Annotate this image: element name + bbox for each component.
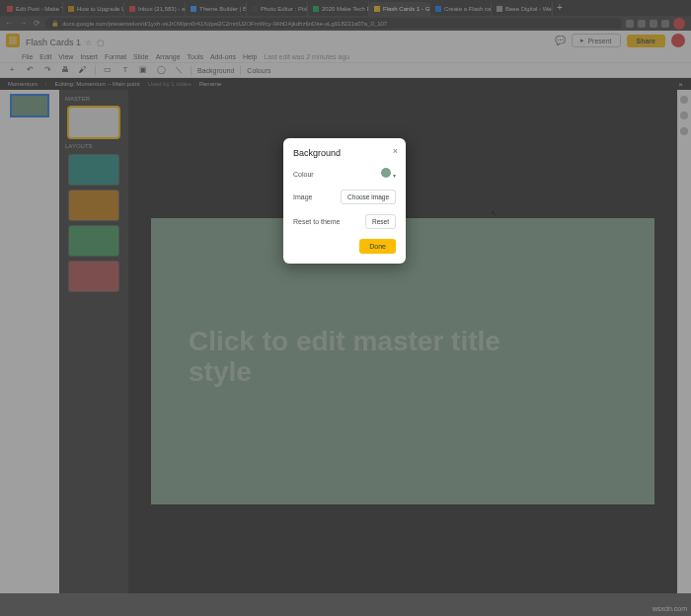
comments-icon[interactable]: 💬 bbox=[555, 36, 566, 45]
filmstrip-slide[interactable] bbox=[10, 94, 49, 117]
undo-button[interactable]: ↶ bbox=[24, 64, 36, 76]
menu-item[interactable]: Insert bbox=[80, 53, 98, 60]
new-tab-button[interactable]: + bbox=[553, 2, 567, 16]
dialog-title: Background bbox=[293, 148, 396, 158]
reset-button[interactable]: Reset bbox=[365, 214, 396, 229]
browser-tab[interactable]: Inbox (21,583) - am× bbox=[124, 2, 186, 16]
star-icon[interactable]: ☆ bbox=[85, 38, 92, 47]
account-avatar[interactable] bbox=[671, 34, 685, 47]
editing-label: Editing: Momentum – Main point bbox=[55, 81, 140, 87]
slide-filmstrip bbox=[0, 90, 59, 593]
separator bbox=[240, 65, 241, 75]
background-button[interactable]: Background bbox=[197, 67, 234, 74]
colour-swatch-icon bbox=[381, 168, 391, 178]
forward-button[interactable]: → bbox=[18, 19, 28, 29]
slides-logo-icon[interactable] bbox=[6, 34, 20, 47]
watermark-text: wsxdn.com bbox=[653, 605, 687, 612]
share-button[interactable]: Share bbox=[627, 35, 665, 47]
browser-tab[interactable]: Beee Digital - Web× bbox=[492, 2, 553, 16]
menu-item[interactable]: View bbox=[58, 53, 73, 60]
menu-item[interactable]: Arrange bbox=[156, 53, 181, 60]
new-slide-button[interactable]: + bbox=[6, 64, 18, 76]
reload-button[interactable]: ⟳ bbox=[32, 19, 41, 29]
layouts-section-label: LAYOUTS bbox=[59, 143, 93, 149]
address-bar[interactable]: 🔒 docs.google.com/presentation/d/1yxh-xk… bbox=[45, 18, 622, 29]
move-icon[interactable]: ▢ bbox=[97, 38, 105, 47]
paint-format-button[interactable]: 🖌 bbox=[77, 64, 89, 76]
redo-button[interactable]: ↷ bbox=[41, 64, 53, 76]
layout-thumb[interactable] bbox=[69, 155, 118, 185]
side-rail bbox=[677, 90, 691, 593]
line-tool[interactable]: ＼ bbox=[173, 64, 185, 76]
play-icon: ▸ bbox=[580, 37, 584, 44]
extension-icon[interactable] bbox=[650, 20, 657, 28]
close-master-icon[interactable]: × bbox=[678, 80, 683, 89]
colours-button[interactable]: Colours bbox=[247, 67, 270, 74]
layout-thumb[interactable] bbox=[69, 262, 118, 291]
browser-tab[interactable]: 2020 Make Tech Ea× bbox=[308, 2, 369, 16]
extension-icon[interactable] bbox=[661, 20, 669, 28]
master-thumb[interactable] bbox=[69, 108, 118, 137]
extension-icon[interactable] bbox=[638, 20, 646, 28]
calendar-icon[interactable] bbox=[680, 112, 688, 119]
select-tool[interactable]: ▭ bbox=[102, 64, 114, 76]
choose-image-button[interactable]: Choose image bbox=[341, 190, 396, 204]
shape-tool[interactable]: ◯ bbox=[155, 64, 167, 76]
reset-label: Reset to theme bbox=[293, 218, 340, 225]
browser-tab[interactable]: Photo Editor : Pixl× bbox=[247, 2, 308, 16]
colour-label: Colour bbox=[293, 171, 314, 178]
used-by-label: Used by 1 slides bbox=[148, 81, 192, 87]
separator bbox=[191, 65, 192, 75]
layout-thumb[interactable] bbox=[69, 191, 118, 220]
theme-layout-panel: MASTER LAYOUTS bbox=[59, 90, 128, 593]
colour-picker[interactable]: ▾ bbox=[381, 168, 396, 180]
image-label: Image bbox=[293, 193, 312, 200]
present-button[interactable]: ▸Present bbox=[572, 34, 620, 47]
slides-app: Flash Cards 1 ☆ ▢ 💬 ▸Present Share File … bbox=[0, 31, 691, 593]
chevron-down-icon: ▾ bbox=[393, 173, 396, 179]
browser-tab[interactable]: Edit Post - Make Te× bbox=[2, 2, 63, 16]
app-header: Flash Cards 1 ☆ ▢ 💬 ▸Present Share bbox=[0, 31, 691, 50]
rename-button[interactable]: Rename bbox=[199, 81, 222, 87]
url-text: docs.google.com/presentation/d/1yxh-xkJr… bbox=[62, 21, 387, 27]
last-edit-text[interactable]: Last edit was 2 minutes ago bbox=[264, 53, 349, 60]
dialog-close-icon[interactable]: × bbox=[393, 146, 398, 156]
separator bbox=[95, 65, 96, 75]
text-box-tool[interactable]: T bbox=[119, 64, 131, 76]
menu-item[interactable]: Edit bbox=[39, 53, 51, 60]
title-placeholder[interactable]: Click to edit master title style bbox=[189, 327, 536, 388]
menu-item[interactable]: Tools bbox=[188, 53, 203, 60]
menu-item[interactable]: File bbox=[22, 53, 33, 60]
done-button[interactable]: Done bbox=[359, 239, 396, 254]
browser-tab[interactable]: Theme Builder | Be× bbox=[186, 2, 247, 16]
browser-toolbar: ← → ⟳ 🔒 docs.google.com/presentation/d/1… bbox=[0, 16, 691, 31]
lock-icon: 🔒 bbox=[51, 20, 58, 27]
browser-tab[interactable]: Create a Flash card× bbox=[430, 2, 492, 16]
browser-tab-strip: Edit Post - Make Te× How to Upgrade U× I… bbox=[0, 0, 691, 16]
browser-tab-active[interactable]: Flash Cards 1 - Goo× bbox=[369, 2, 430, 16]
document-title[interactable]: Flash Cards 1 bbox=[26, 38, 81, 47]
menu-bar: File Edit View Insert Format Slide Arran… bbox=[0, 50, 691, 62]
theme-name: Momentum bbox=[8, 81, 38, 87]
cursor-icon: ↖ bbox=[491, 209, 498, 218]
image-tool[interactable]: ▣ bbox=[137, 64, 149, 76]
keep-icon[interactable] bbox=[680, 127, 688, 135]
master-section-label: MASTER bbox=[59, 96, 90, 102]
explore-icon[interactable] bbox=[680, 96, 688, 104]
menu-item[interactable]: Slide bbox=[133, 53, 149, 60]
background-dialog: Background × Colour ▾ Image Choose image… bbox=[283, 138, 406, 264]
back-button[interactable]: ← bbox=[4, 19, 14, 29]
layout-thumb[interactable] bbox=[69, 226, 118, 256]
menu-item[interactable]: Add-ons bbox=[210, 53, 236, 60]
menu-item[interactable]: Format bbox=[105, 53, 126, 60]
master-edit-bar: Momentum | Editing: Momentum – Main poin… bbox=[0, 78, 691, 90]
extension-icon[interactable] bbox=[626, 20, 634, 28]
menu-item[interactable]: Help bbox=[243, 53, 257, 60]
browser-tab[interactable]: How to Upgrade U× bbox=[63, 2, 124, 16]
profile-avatar[interactable] bbox=[673, 18, 685, 30]
print-button[interactable]: 🖶 bbox=[59, 64, 71, 76]
toolbar: + ↶ ↷ 🖶 🖌 ▭ T ▣ ◯ ＼ Background Colours bbox=[0, 62, 691, 78]
